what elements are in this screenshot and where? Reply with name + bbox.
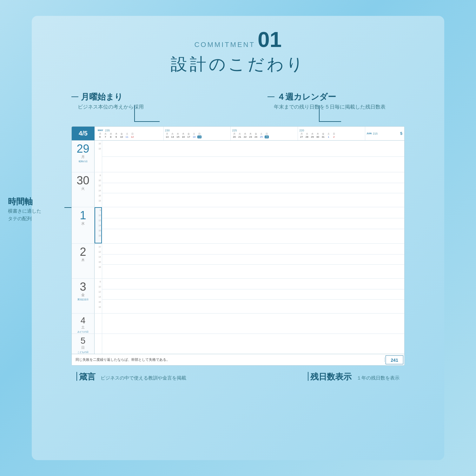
time-10e: 10 <box>95 284 102 289</box>
day-content-29[interactable] <box>102 141 404 172</box>
bracket-right-bottom <box>308 372 308 381</box>
day-num-col-3: 3 金 憲法記念日 <box>72 279 95 313</box>
day-num-col-4: 4 土 みどりの日 <box>72 314 95 334</box>
time-14d: 14 <box>95 255 102 260</box>
day-content-4[interactable] <box>102 314 404 334</box>
day-note-4: みどりの日 <box>77 330 89 334</box>
day-content-2[interactable] <box>102 244 404 278</box>
day-number-5: 5 <box>81 336 86 345</box>
annotation-4week-desc: 年末までの残り日数を５日毎に掲載した残日数表 <box>274 104 386 110</box>
bracket-left-horizontal <box>134 121 160 122</box>
commitment-label: COMMITMENT <box>194 41 255 49</box>
annotation-monday-title: 月曜始まり <box>81 91 123 102</box>
day-content-3[interactable] <box>102 279 404 313</box>
time-col-29: 16 18 <box>95 141 102 172</box>
day-number-29: 29 <box>76 143 89 155</box>
annotation-time-axis: 時間軸 横書きに適した タテの配列 <box>8 196 63 222</box>
time-12d: 12 <box>95 249 102 255</box>
footer-remaining-days: 241 <box>386 355 403 364</box>
time-16b: 16 <box>95 193 102 198</box>
dash-icon-2 <box>268 96 274 97</box>
time-12c: 12 <box>95 218 102 223</box>
day-row-29: 29 月 昭和の日 16 18 <box>72 141 404 172</box>
day-content-5[interactable] <box>102 334 404 354</box>
annotation-4week-title: ４週カレンダー <box>277 91 336 102</box>
day-content-30[interactable] <box>102 172 404 207</box>
side-desc-time-1: 横書きに適した <box>8 207 63 215</box>
time-col-30: 8 10 12 14 16 18 <box>95 172 102 207</box>
time-16: 16 <box>95 141 102 146</box>
bracket-right-vertical <box>319 105 320 122</box>
day-number-1: 1 <box>80 210 86 221</box>
commitment-header: COMMITMENT 01 <box>194 29 281 50</box>
annotation-monday-start: 月曜始まり ビジネス本位の考えから採用 <box>71 91 144 110</box>
time-10d: 10 <box>95 244 102 249</box>
side-bracket-line <box>64 207 71 208</box>
dash-icon <box>71 96 78 97</box>
time-16c: 16 <box>95 228 102 233</box>
annotation-monday-desc: ビジネス本位の考えから採用 <box>78 104 144 110</box>
commitment-number: 01 <box>258 29 282 50</box>
day-number-4: 4 <box>81 316 86 325</box>
time-9: 9 <box>95 208 102 213</box>
day-name-29: 月 <box>81 155 85 159</box>
day-content-1[interactable] <box>102 207 404 243</box>
time-10: 10 <box>95 178 102 183</box>
annotation-remaining: 残日数表示 １年の残日数を表示 <box>308 371 400 382</box>
day-number-3: 3 <box>80 281 86 293</box>
week3-countdown: 225 <box>232 129 237 132</box>
calendar: 4/5 MAY 235 月6 火7 水8 <box>71 126 405 366</box>
month-label: 4/5 <box>72 127 95 140</box>
week-group-3: 225 月20 火21 水22 木23 金24 土25 日26 <box>231 127 298 140</box>
main-container: COMMITMENT 01 設計のこだわり 月曜始まり ビジネス本位の考えから採… <box>32 16 444 460</box>
calendar-header: 4/5 MAY 235 月6 火7 水8 <box>72 127 404 141</box>
day-number-2: 2 <box>80 246 86 258</box>
time-14: 14 <box>95 188 102 193</box>
calendar-right-number: 5 <box>395 131 404 136</box>
day-row-3: 3 金 憲法記念日 8 10 12 14 16 18 <box>72 279 404 314</box>
side-desc-time-2: タテの配列 <box>8 215 63 222</box>
annotations-bottom: 箴言 ビジネスの中で使える教訓や金言を掲載 残日数表示 １年の残日数を表示 <box>71 371 405 382</box>
week1-month: MAY <box>98 129 103 132</box>
time-col-1: 9 10 12 14 16 18 <box>95 207 102 243</box>
day-name-30: 火 <box>81 186 85 191</box>
day-number-30: 30 <box>76 175 89 186</box>
bottom-desc-remaining: １年の残日数を表示 <box>357 375 400 380</box>
annotation-quote: 箴言 ビジネスの中で使える教訓や金言を掲載 <box>76 371 186 382</box>
day-num-col-29: 29 月 昭和の日 <box>72 141 95 172</box>
week1-countdown: 235 <box>105 129 110 132</box>
dates-strip: MAY 235 月6 火7 水8 木9 金10 土11 日12 <box>95 127 395 140</box>
calendar-footer: 同じ失敗を二度繰り返したならば、幹部として失格である。 241 <box>72 354 404 365</box>
time-16e: 16 <box>95 300 102 305</box>
day-num-col-30: 30 火 <box>72 172 95 207</box>
time-18d: 18 <box>95 265 102 270</box>
footer-quote: 同じ失敗を二度繰り返したならば、幹部として失格である。 <box>72 357 385 362</box>
day-num-col-5: 5 日 こどもの日 <box>72 334 95 354</box>
time-8e: 8 <box>95 279 102 284</box>
time-14e: 14 <box>95 294 102 300</box>
time-12e: 12 <box>95 289 102 294</box>
time-12: 12 <box>95 183 102 188</box>
time-18: 18 <box>95 146 102 151</box>
day-name-4: 土 <box>81 325 85 330</box>
annotation-4week-calendar: ４週カレンダー 年末までの残り日数を５日毎に掲載した残日数表 <box>268 91 386 110</box>
day-note-3: 憲法記念日 <box>77 298 89 301</box>
day-row-1: 1 水 9 10 12 14 16 18 <box>72 207 404 244</box>
time-18c: 18 <box>95 233 102 238</box>
bottom-label-quote: 箴言 <box>79 372 96 381</box>
time-14c: 14 <box>95 223 102 228</box>
time-8: 8 <box>95 173 102 178</box>
day-num-col-1: 1 水 <box>72 207 95 243</box>
week-group-5: JUN 215 <box>365 127 393 140</box>
time-16d: 16 <box>95 260 102 265</box>
day-name-5: 日 <box>81 345 85 350</box>
time-10c: 10 <box>95 213 102 218</box>
day-row-30: 30 火 8 10 12 14 16 18 <box>72 172 404 207</box>
week2-countdown: 230 <box>165 129 170 132</box>
day-name-3: 金 <box>81 293 85 297</box>
bracket-left-bottom <box>76 372 77 381</box>
week-group-4: 220 月27 火28 水29 木30 金31 土1 日2 <box>298 127 365 140</box>
day-name-1: 水 <box>81 221 85 226</box>
week4-countdown: 220 <box>299 129 304 132</box>
day-row-4: 4 土 みどりの日 <box>72 314 404 334</box>
